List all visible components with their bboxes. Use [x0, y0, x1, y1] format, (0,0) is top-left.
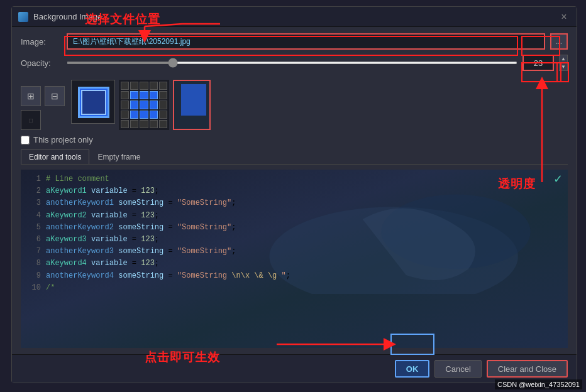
code-line: 3 anotherKeyword1 someString = "SomeStri…: [21, 197, 568, 209]
large-preview: [173, 80, 211, 130]
opacity-label: Opacity:: [21, 58, 62, 68]
image-field-row: Image: ...: [21, 33, 568, 50]
grid-cell: [130, 111, 138, 119]
grid-cell: [130, 101, 138, 109]
code-line: 9 anotherKeyword4 someString = "SomeStri…: [21, 270, 568, 282]
large-preview-inner: [181, 84, 206, 116]
code-line: 1 # Line comment: [21, 173, 568, 185]
dialog-title: Background Image: [33, 12, 558, 21]
grid-cell: [159, 91, 167, 99]
opacity-value: 23: [522, 55, 554, 71]
grid-cell: [130, 91, 138, 99]
image-label: Image:: [21, 37, 62, 46]
grid-cell: [121, 111, 129, 119]
dialog-content: Image: ... Opacity: 23 ▲ ▼ ⊞ ⊟ □: [12, 27, 577, 354]
grid-cell: [159, 101, 167, 109]
tab-empty-frame[interactable]: Empty frame: [89, 150, 148, 164]
tab-editor-and-tools[interactable]: Editor and tools: [21, 150, 89, 164]
dialog-footer: OK Cancel Clear and Close: [12, 354, 577, 383]
project-only-label: This project only: [33, 135, 93, 144]
grid-cell: [121, 82, 129, 90]
opacity-slider[interactable]: [67, 62, 517, 64]
grid-cell: [140, 82, 148, 90]
code-line: 5 anotherKeyword2 someString = "SomeStri…: [21, 222, 568, 234]
grid-preview: [119, 80, 169, 130]
opacity-decrement[interactable]: ▼: [559, 63, 568, 71]
code-line: 6 aKeyword3 variable = 123;: [21, 234, 568, 246]
grid-cell: [159, 82, 167, 90]
opacity-field-row: Opacity: 23 ▲ ▼: [21, 55, 568, 71]
grid-cell: [159, 111, 167, 119]
code-line: 2 aKeyword1 variable = 123;: [21, 185, 568, 197]
grid-cell: [121, 101, 129, 109]
grid-cell: [121, 91, 129, 99]
grid-cell: [150, 101, 158, 109]
preview-icons: ⊞ ⊟: [21, 86, 65, 106]
project-only-checkbox[interactable]: [21, 136, 30, 144]
grid-cell: [150, 91, 158, 99]
grid-cell: [140, 120, 148, 128]
grid-cell: [150, 120, 158, 128]
opacity-increment[interactable]: ▲: [559, 55, 568, 63]
code-line: 4 aKeyword2 variable = 123;: [21, 210, 568, 222]
clear-and-close-button[interactable]: Clear and Close: [487, 360, 568, 378]
cancel-button[interactable]: Cancel: [434, 360, 481, 378]
stretch-icon-btn[interactable]: ⊟: [45, 86, 65, 106]
opacity-slider-container: [67, 57, 517, 69]
preview-blue-square: [78, 87, 109, 118]
image-path-input[interactable]: [67, 33, 545, 50]
dialog-icon: [18, 12, 28, 22]
title-bar: Background Image ×: [12, 7, 577, 27]
code-line: 8 aKeyword4 variable = 123;: [21, 258, 568, 270]
small-preview: □: [21, 110, 41, 130]
code-lines: 1 # Line comment 2 aKeyword1 variable = …: [21, 170, 568, 298]
grid-cell: [121, 120, 129, 128]
browse-button[interactable]: ...: [550, 33, 568, 50]
grid-cell: [140, 91, 148, 99]
code-line: 10 /*: [21, 282, 568, 294]
grid-cell: [130, 82, 138, 90]
grid-cell: [140, 111, 148, 119]
background-image-dialog: Background Image × Image: ... Opacity: 2…: [11, 6, 577, 383]
grid-cell: [150, 82, 158, 90]
checkbox-row: This project only: [21, 135, 568, 144]
code-line: 7 anotherKeyword3 someString = "SomeStri…: [21, 246, 568, 258]
grid-cell: [130, 120, 138, 128]
close-button[interactable]: ×: [558, 11, 570, 23]
ok-button[interactable]: OK: [395, 360, 430, 378]
checkmark-icon: ✓: [553, 172, 563, 186]
align-icon-btn[interactable]: ⊞: [21, 86, 41, 106]
opacity-spinner: ▲ ▼: [559, 55, 568, 71]
grid-cell: [150, 111, 158, 119]
grid-cell: [140, 101, 148, 109]
grid-cell: [159, 120, 167, 128]
code-preview-area: ✓ 1 # Line comment 2 aKeyword1 variable …: [21, 170, 568, 348]
tabs-row: Editor and tools Empty frame: [21, 150, 568, 165]
preview-inner-square: [81, 90, 106, 115]
medium-preview: [71, 80, 115, 124]
preview-row: ⊞ ⊟ □: [21, 77, 568, 130]
